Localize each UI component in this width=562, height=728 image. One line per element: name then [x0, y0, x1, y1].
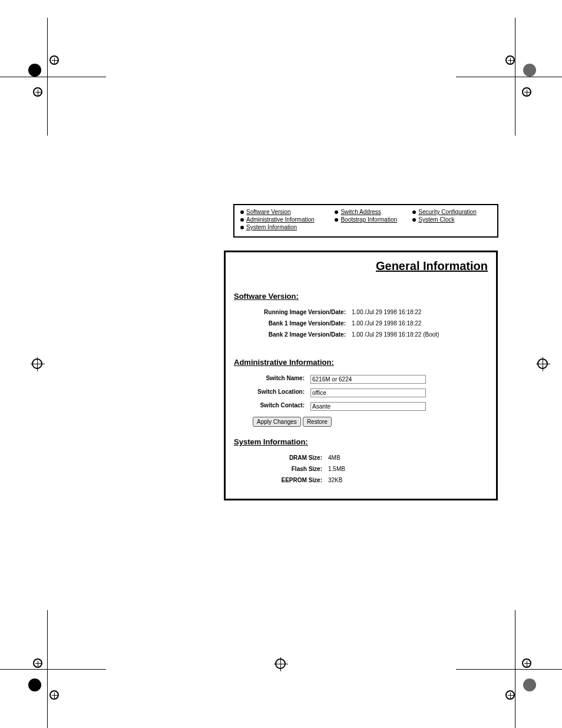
bullet-icon [335, 210, 338, 214]
software-version-heading: Software Version: [234, 292, 488, 301]
admin-row-location: Switch Location: [234, 388, 488, 397]
system-row-flash: Flash Size: 1.5MB [234, 466, 488, 472]
eeprom-value: 32KB [328, 477, 342, 483]
admin-info-heading: Administrative Information: [234, 358, 488, 367]
crop-mark-top-right [480, 41, 550, 112]
nav-link-system-info[interactable]: System Information [240, 224, 335, 230]
system-row-dram: DRAM Size: 4MB [234, 454, 488, 461]
page: Software Version Administrative Informat… [0, 0, 562, 728]
panel-title: General Information [234, 259, 488, 273]
switch-contact-label: Switch Contact: [234, 402, 310, 411]
admin-row-contact: Switch Contact: [234, 402, 488, 411]
bullet-icon [412, 218, 416, 222]
switch-location-label: Switch Location: [234, 388, 310, 397]
bullet-icon [335, 218, 338, 222]
switch-name-input[interactable] [310, 375, 426, 384]
bullet-icon [240, 226, 244, 229]
nav-link-software-version[interactable]: Software Version [240, 209, 335, 215]
apply-changes-button[interactable]: Apply Changes [253, 417, 301, 427]
bank1-label: Bank 1 Image Version/Date: [234, 320, 352, 327]
bullet-icon [412, 210, 416, 214]
system-info-heading: System Information: [234, 437, 488, 446]
crop-mark-top-left [12, 41, 82, 112]
flash-value: 1.5MB [328, 466, 345, 472]
reg-mark-bottom-center [275, 658, 286, 669]
running-image-value: 1.00 /Jul 29 1998 16:18:22 [352, 309, 421, 315]
restore-button[interactable]: Restore [303, 417, 332, 427]
switch-location-input[interactable] [310, 388, 426, 397]
admin-row-name: Switch Name: [234, 375, 488, 384]
running-image-label: Running Image Version/Date: [234, 309, 352, 315]
reg-mark-left [32, 358, 42, 369]
software-row-running: Running Image Version/Date: 1.00 /Jul 29… [234, 309, 488, 315]
bank2-value: 1.00 /Jul 29 1998 16:18:22 (Boot) [352, 331, 439, 338]
dram-value: 4MB [328, 454, 340, 461]
system-row-eeprom: EEPROM Size: 32KB [234, 477, 488, 483]
nav-link-bootstrap-info[interactable]: Bootstrap Information [335, 216, 412, 223]
nav-link-security-config[interactable]: Security Configuration [412, 209, 491, 215]
dram-label: DRAM Size: [234, 454, 328, 461]
bank2-label: Bank 2 Image Version/Date: [234, 331, 352, 338]
flash-label: Flash Size: [234, 466, 328, 472]
nav-box: Software Version Administrative Informat… [233, 204, 498, 238]
nav-link-switch-address[interactable]: Switch Address [335, 209, 412, 215]
software-row-bank2: Bank 2 Image Version/Date: 1.00 /Jul 29 … [234, 331, 488, 338]
main-panel: General Information Software Version: Ru… [224, 251, 498, 500]
eeprom-label: EEPROM Size: [234, 477, 328, 483]
software-row-bank1: Bank 1 Image Version/Date: 1.00 /Jul 29 … [234, 320, 488, 327]
bullet-icon [240, 218, 244, 222]
crop-mark-bottom-left [12, 634, 82, 704]
nav-link-system-clock[interactable]: System Clock [412, 216, 491, 223]
switch-name-label: Switch Name: [234, 375, 310, 384]
nav-link-admin-info[interactable]: Administrative Information [240, 216, 335, 223]
reg-mark-right [537, 358, 548, 369]
bank1-value: 1.00 /Jul 29 1998 16:18:22 [352, 320, 421, 327]
bullet-icon [240, 210, 244, 214]
crop-mark-bottom-right [480, 634, 550, 704]
switch-contact-input[interactable] [310, 402, 426, 411]
